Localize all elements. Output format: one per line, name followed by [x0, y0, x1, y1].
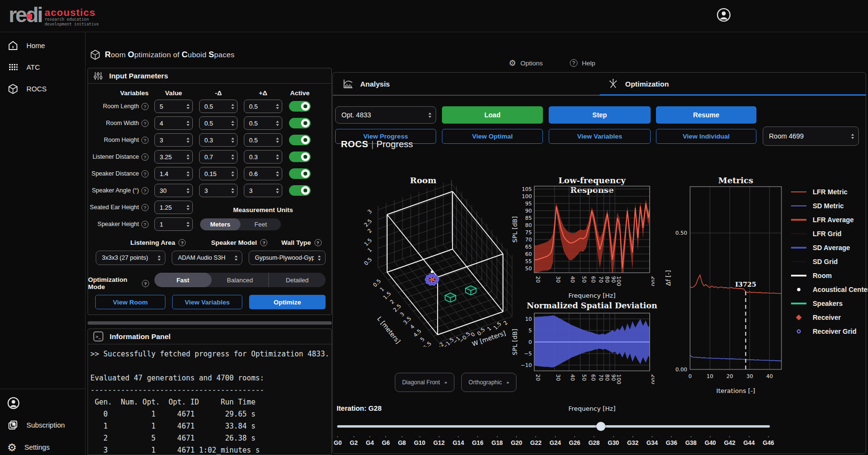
minus-delta-spinner[interactable]: 0.7: [199, 150, 238, 164]
listening-area-help-icon[interactable]: ?: [178, 239, 186, 246]
row-help-icon[interactable]: ?: [141, 137, 149, 144]
active-toggle[interactable]: [289, 135, 311, 145]
spinner-down-icon[interactable]: [187, 158, 189, 160]
active-toggle[interactable]: [289, 118, 311, 128]
spinner-up-icon[interactable]: [231, 154, 234, 156]
plus-delta-spinner[interactable]: 0.5: [244, 116, 282, 130]
spinner-up-icon[interactable]: [276, 121, 279, 123]
spinner-down-icon[interactable]: [187, 124, 189, 126]
spinner-down-icon[interactable]: [187, 191, 189, 193]
spinner-down-icon[interactable]: [187, 175, 189, 177]
spinner-up-icon[interactable]: [187, 171, 189, 173]
tab-optimization[interactable]: Optimization: [607, 73, 669, 95]
spinner-arrows-icon[interactable]: [187, 104, 189, 109]
view-individual-button[interactable]: View Individual: [656, 129, 756, 144]
resume-button[interactable]: Resume: [656, 106, 756, 124]
options-button[interactable]: ⚙ Options: [509, 57, 543, 69]
plus-delta-spinner[interactable]: 3: [244, 184, 282, 197]
spinner-arrows-icon[interactable]: [187, 222, 189, 227]
spinner-up-icon[interactable]: [187, 104, 189, 106]
spinner-down-icon[interactable]: [231, 107, 234, 109]
spinner-up-icon[interactable]: [187, 121, 189, 123]
plus-delta-spinner[interactable]: 0.6: [244, 167, 282, 180]
minus-delta-spinner[interactable]: 0.3: [199, 133, 238, 147]
spinner-arrows-icon[interactable]: [231, 171, 234, 177]
spinner-up-icon[interactable]: [231, 121, 234, 123]
value-spinner[interactable]: 4: [154, 116, 193, 130]
panel-resizer-handle[interactable]: [88, 321, 332, 325]
room-select[interactable]: Room 4699: [763, 126, 859, 146]
row-help-icon[interactable]: ?: [141, 187, 149, 194]
optimization-mode-toggle[interactable]: FastBalancedDetailed: [154, 273, 326, 287]
spinner-up-icon[interactable]: [276, 104, 279, 106]
view-angle-dropdown[interactable]: Diagonal Front: [395, 373, 454, 392]
spinner-down-icon[interactable]: [276, 175, 279, 177]
value-spinner[interactable]: 1.25: [154, 201, 193, 214]
load-button[interactable]: Load: [442, 106, 543, 124]
generation-slider[interactable]: [337, 425, 770, 428]
row-help-icon[interactable]: ?: [141, 204, 149, 211]
help-button[interactable]: ? Help: [570, 57, 595, 69]
spinner-arrows-icon[interactable]: [231, 104, 234, 109]
row-help-icon[interactable]: ?: [141, 170, 149, 177]
spinner-up-icon[interactable]: [231, 104, 234, 106]
spinner-down-icon[interactable]: [276, 141, 279, 143]
units-option-meters[interactable]: Meters: [200, 218, 240, 230]
active-toggle[interactable]: [289, 168, 311, 179]
spinner-arrows-icon[interactable]: [187, 205, 189, 210]
speaker-model-help-icon[interactable]: ?: [260, 239, 267, 246]
spinner-down-icon[interactable]: [231, 175, 234, 177]
sidebar-item-home[interactable]: Home: [0, 35, 85, 56]
spinner-arrows-icon[interactable]: [276, 138, 279, 143]
tab-analysis[interactable]: Analysis: [342, 73, 390, 95]
spinner-up-icon[interactable]: [231, 171, 234, 173]
spinner-arrows-icon[interactable]: [276, 171, 279, 177]
measurement-units-toggle[interactable]: MetersFeet: [200, 218, 281, 230]
minus-delta-spinner[interactable]: 3: [199, 184, 238, 197]
room-3d-plot[interactable]: 0.511.522.533.544.555.5−2−1.5−1−0.500.51…: [332, 169, 525, 347]
plus-delta-spinner[interactable]: 0.3: [244, 150, 282, 164]
value-spinner[interactable]: 3.25: [154, 150, 193, 164]
view-room-button[interactable]: View Room: [95, 295, 165, 309]
plus-delta-spinner[interactable]: 0.5: [244, 133, 282, 147]
spinner-arrows-icon[interactable]: [187, 138, 189, 143]
sidebar-item-atc[interactable]: ATC: [0, 56, 85, 78]
minus-delta-spinner[interactable]: 0.5: [199, 100, 238, 113]
spinner-arrows-icon[interactable]: [187, 171, 189, 177]
spinner-down-icon[interactable]: [231, 191, 234, 193]
generation-slider-handle[interactable]: [596, 422, 605, 431]
optimization-mode-help-icon[interactable]: ?: [142, 280, 149, 287]
spinner-arrows-icon[interactable]: [276, 188, 279, 193]
wall-type-select[interactable]: Gypsum-Plywood-Gypsum: [249, 251, 326, 265]
step-button[interactable]: Step: [549, 106, 651, 124]
spinner-up-icon[interactable]: [276, 188, 279, 190]
spinner-up-icon[interactable]: [187, 222, 189, 224]
minus-delta-spinner[interactable]: 0.5: [199, 116, 238, 130]
plus-delta-spinner[interactable]: 0.5: [244, 100, 282, 113]
value-spinner[interactable]: 3: [154, 133, 193, 147]
spinner-up-icon[interactable]: [276, 171, 279, 173]
view-variables-button[interactable]: View Variables: [172, 295, 242, 309]
sidebar-item-account[interactable]: [0, 392, 85, 414]
spinner-up-icon[interactable]: [231, 138, 234, 139]
spinner-down-icon[interactable]: [187, 107, 189, 109]
active-toggle[interactable]: [289, 101, 311, 112]
spinner-down-icon[interactable]: [187, 141, 189, 143]
optimization-select[interactable]: Opt. 4833: [335, 106, 436, 124]
spinner-arrows-icon[interactable]: [276, 104, 279, 109]
value-spinner[interactable]: 1: [154, 217, 193, 231]
spinner-up-icon[interactable]: [187, 154, 189, 156]
spinner-arrows-icon[interactable]: [231, 188, 234, 193]
row-help-icon[interactable]: ?: [141, 221, 149, 228]
minus-delta-spinner[interactable]: 0.15: [199, 167, 238, 180]
spinner-down-icon[interactable]: [231, 158, 234, 160]
spinner-down-icon[interactable]: [231, 141, 234, 143]
wall-type-help-icon[interactable]: ?: [314, 239, 322, 246]
optimize-button[interactable]: Optimize: [249, 295, 326, 309]
view-optimal-button[interactable]: View Optimal: [442, 129, 543, 144]
spinner-down-icon[interactable]: [276, 191, 279, 193]
spinner-down-icon[interactable]: [276, 158, 279, 160]
value-spinner[interactable]: 1.4: [154, 167, 193, 180]
value-spinner[interactable]: 5: [154, 100, 193, 113]
spinner-arrows-icon[interactable]: [187, 121, 189, 126]
